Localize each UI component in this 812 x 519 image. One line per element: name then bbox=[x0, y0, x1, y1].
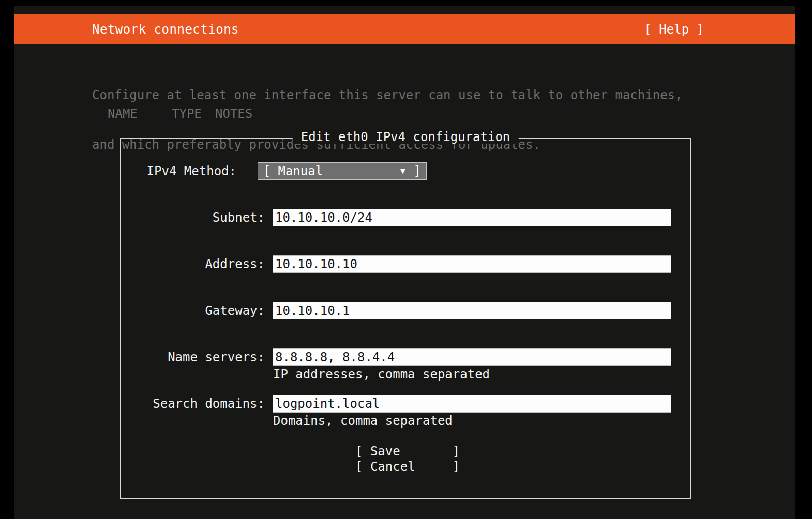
column-header-notes: NOTES bbox=[215, 106, 252, 121]
screen-title: Network connections bbox=[92, 22, 239, 37]
title-bar: Network connections [ Help ] bbox=[14, 14, 795, 44]
search-domains-helper: Domains, comma separated bbox=[273, 414, 453, 428]
edit-ipv4-dialog: Edit eth0 IPv4 configuration IPv4 Method… bbox=[120, 138, 691, 499]
dialog-title: Edit eth0 IPv4 configuration bbox=[293, 130, 519, 144]
column-header-name: NAME bbox=[108, 106, 138, 121]
field-label-name-servers: Name servers: bbox=[121, 348, 265, 366]
search-domains-input[interactable] bbox=[273, 395, 671, 412]
dropdown-open-bracket: [ bbox=[263, 164, 270, 178]
help-button[interactable]: [ Help ] bbox=[641, 22, 707, 37]
save-button[interactable]: [ Save ] bbox=[355, 444, 460, 459]
field-label-search-domains: Search domains: bbox=[121, 395, 265, 413]
field-label-ipv4-method: IPv4 Method: bbox=[121, 162, 236, 180]
column-header-type: TYPE bbox=[172, 106, 202, 121]
subnet-input[interactable] bbox=[273, 209, 671, 226]
name-servers-input[interactable] bbox=[273, 349, 671, 365]
chevron-down-icon: ▼ bbox=[400, 167, 405, 175]
name-servers-helper: IP addresses, comma separated bbox=[273, 367, 490, 381]
dropdown-close-bracket: ] bbox=[414, 164, 421, 178]
cancel-button[interactable]: [ Cancel ] bbox=[355, 459, 460, 475]
field-label-gateway: Gateway: bbox=[121, 302, 265, 319]
installer-screen: Network connections [ Help ] Configure a… bbox=[14, 6, 795, 519]
intro-line-1: Configure at least one interface this se… bbox=[92, 87, 683, 103]
ipv4-method-dropdown[interactable]: [ Manual ▼ ] bbox=[258, 162, 427, 180]
address-input[interactable] bbox=[273, 256, 671, 272]
dropdown-selected-value: Manual bbox=[278, 164, 323, 178]
gateway-input[interactable] bbox=[273, 302, 671, 319]
field-label-subnet: Subnet: bbox=[121, 209, 265, 226]
field-label-address: Address: bbox=[121, 255, 265, 273]
